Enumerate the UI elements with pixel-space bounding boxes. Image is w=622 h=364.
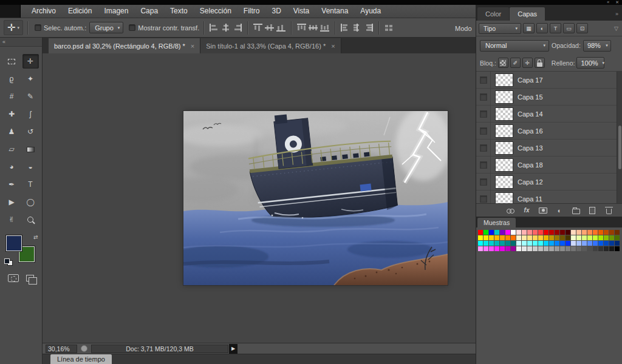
color-swatch[interactable] — [484, 241, 488, 246]
color-swatch[interactable] — [516, 241, 521, 246]
tool-preset-button[interactable]: ✛ ▾ — [4, 20, 23, 35]
color-swatch[interactable] — [555, 230, 559, 235]
canvas-painting[interactable] — [183, 111, 448, 285]
collapse-title-icon[interactable]: « — [604, 0, 612, 5]
lock-position-icon[interactable]: ✛ — [522, 58, 533, 68]
pixel-layers-filter-icon[interactable]: ▦ — [523, 23, 535, 33]
doc-tab-1[interactable]: barco.psd al 30,2% (Rectángulo 4, RGB/8)… — [49, 38, 200, 53]
color-swatch[interactable] — [593, 230, 598, 235]
color-swatch[interactable] — [511, 246, 516, 251]
color-swatch[interactable] — [587, 235, 592, 240]
new-group-icon[interactable] — [571, 206, 581, 215]
layers-scrollbar[interactable] — [617, 72, 622, 203]
color-swatch[interactable] — [598, 246, 603, 251]
menu-item-capa[interactable]: Capa — [134, 5, 164, 18]
fill-dropdown[interactable]: 100% ▾ — [576, 57, 604, 69]
tab-close-icon[interactable]: × — [331, 42, 335, 50]
color-swatch[interactable] — [587, 246, 592, 251]
tab-color[interactable]: Color — [477, 7, 509, 21]
color-swatch[interactable] — [478, 246, 483, 251]
menu-item-imagen[interactable]: Imagen — [98, 5, 134, 18]
collapse-dock-icon[interactable]: » — [612, 7, 622, 21]
auto-select-checkbox[interactable] — [35, 24, 41, 31]
color-swatch[interactable] — [522, 246, 527, 251]
close-window-icon[interactable]: ✕ — [612, 0, 622, 5]
crop-tool[interactable]: # — [4, 89, 20, 104]
layer-row[interactable]: Capa 13 — [476, 140, 617, 157]
menu-item-edici-n[interactable]: Edición — [62, 5, 98, 18]
color-swatch[interactable] — [478, 241, 483, 246]
color-swatch[interactable] — [593, 235, 598, 240]
color-swatch[interactable] — [571, 235, 576, 240]
color-swatch[interactable] — [566, 241, 570, 246]
link-layers-icon[interactable] — [505, 206, 515, 215]
distribute-bottom-edges-icon[interactable] — [320, 24, 329, 32]
color-swatch[interactable] — [571, 246, 576, 251]
color-swatch[interactable] — [538, 230, 543, 235]
color-swatch[interactable] — [604, 241, 609, 246]
layer-styles-icon[interactable]: fx — [522, 206, 531, 215]
color-swatch[interactable] — [489, 246, 494, 251]
color-swatch[interactable] — [511, 241, 516, 246]
swap-colors-icon[interactable]: ⇄ — [33, 234, 38, 240]
delete-layer-icon[interactable] — [604, 206, 613, 215]
tab-muestras[interactable]: Muestras — [477, 218, 516, 228]
add-layer-mask-icon[interactable] — [538, 206, 548, 215]
color-swatch[interactable] — [549, 230, 554, 235]
filter-kind-dropdown[interactable]: Tipo ▾ — [479, 23, 521, 34]
gradient-tool[interactable] — [22, 142, 39, 157]
color-swatch[interactable] — [522, 235, 527, 240]
color-swatch[interactable] — [489, 241, 494, 246]
color-swatch[interactable] — [555, 235, 559, 240]
color-swatch[interactable] — [516, 246, 521, 251]
color-swatch[interactable] — [478, 230, 483, 235]
color-swatch[interactable] — [582, 246, 587, 251]
menu-item-texto[interactable]: Texto — [164, 5, 194, 18]
color-swatch[interactable] — [522, 230, 527, 235]
color-swatch[interactable] — [505, 241, 510, 246]
distribute-vertical-centers-icon[interactable] — [309, 24, 318, 32]
dodge-tool[interactable]: ◒ — [22, 160, 39, 174]
color-swatch[interactable] — [576, 230, 581, 235]
color-swatch[interactable] — [576, 235, 581, 240]
color-swatch[interactable] — [549, 235, 554, 240]
color-swatch[interactable] — [604, 235, 609, 240]
color-swatch[interactable] — [609, 230, 614, 235]
blend-mode-dropdown[interactable]: Normal ▾ — [480, 40, 549, 52]
color-swatch[interactable] — [555, 246, 559, 251]
collapse-toolbar-icon[interactable]: « — [2, 39, 5, 45]
doc-size-field[interactable]: Doc: 3,71 MB/120,3 MB — [91, 345, 228, 353]
color-swatch[interactable] — [593, 241, 598, 246]
smart-objects-filter-icon[interactable]: ⊡ — [576, 23, 588, 33]
color-swatch[interactable] — [484, 235, 488, 240]
color-swatch[interactable] — [494, 241, 499, 246]
color-swatch[interactable] — [505, 230, 510, 235]
lock-all-icon[interactable] — [535, 58, 545, 68]
color-swatch[interactable] — [593, 246, 598, 251]
align-bottom-edges-icon[interactable] — [276, 24, 285, 32]
align-vertical-centers-icon[interactable] — [265, 24, 274, 32]
lock-transparency-icon[interactable] — [498, 58, 508, 68]
auto-align-layers-icon[interactable] — [384, 24, 394, 32]
move-tool[interactable]: ✛ — [22, 54, 39, 69]
type-layers-filter-icon[interactable]: T — [550, 23, 561, 33]
menu-item-filtro[interactable]: Filtro — [238, 5, 266, 18]
color-swatch[interactable] — [533, 230, 538, 235]
layer-visibility-cell[interactable] — [476, 106, 491, 122]
clone-stamp-tool[interactable]: ♟ — [4, 124, 20, 139]
color-swatch[interactable] — [598, 241, 603, 246]
color-swatch[interactable] — [615, 246, 620, 251]
color-swatch[interactable] — [511, 235, 516, 240]
color-swatch[interactable] — [560, 241, 565, 246]
color-swatch[interactable] — [609, 241, 614, 246]
layer-row[interactable]: Capa 12 — [476, 174, 617, 190]
distribute-right-edges-icon[interactable] — [364, 24, 373, 32]
menu-item-ventana[interactable]: Ventana — [315, 5, 354, 18]
layer-visibility-cell[interactable] — [476, 123, 491, 139]
color-swatch[interactable] — [511, 230, 516, 235]
align-right-edges-icon[interactable] — [233, 24, 242, 32]
color-swatch[interactable] — [489, 235, 494, 240]
color-swatch[interactable] — [527, 230, 532, 235]
distribute-horizontal-centers-icon[interactable] — [352, 24, 361, 32]
shape-layers-filter-icon[interactable]: ▭ — [563, 23, 575, 33]
